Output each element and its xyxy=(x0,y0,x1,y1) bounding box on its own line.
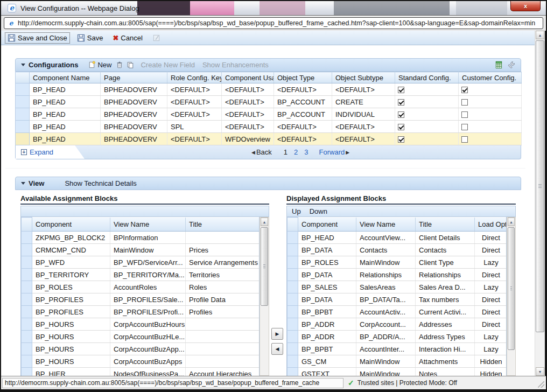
row-selector[interactable] xyxy=(287,281,298,293)
row-selector[interactable] xyxy=(287,256,298,269)
col-component[interactable]: Component xyxy=(298,218,356,232)
available-blocks-scrollbar[interactable]: ▲ xyxy=(260,217,269,376)
row-selector[interactable] xyxy=(22,306,32,318)
forward-link[interactable]: Forward xyxy=(319,148,345,156)
address-field[interactable]: e http://democrm.supply-chain.com.au:800… xyxy=(4,17,543,29)
scroll-down-button[interactable]: ▼ xyxy=(536,367,544,376)
row-selector[interactable] xyxy=(22,355,32,368)
row-selector[interactable] xyxy=(287,318,298,331)
select-all-header[interactable] xyxy=(287,218,298,232)
scrollbar-thumb[interactable] xyxy=(261,227,268,306)
available-block-row[interactable]: BP_PROFILESBP_PROFILES/Profi...Profiles xyxy=(22,306,260,318)
row-selector[interactable] xyxy=(22,368,32,376)
move-right-button[interactable]: ▶ xyxy=(271,328,283,340)
available-block-row[interactable]: BP_ROLESAccountRolesRoles xyxy=(22,281,260,293)
displayed-block-row[interactable]: BP_BPBTAccountActiv...Current Activi...D… xyxy=(287,306,507,318)
available-block-row[interactable]: ZKPMG_BP_BLOCK2BPInformation xyxy=(22,232,260,244)
row-selector[interactable] xyxy=(22,293,32,306)
displayed-block-row[interactable]: BP_HEADAccountView...Client DetailsDirec… xyxy=(287,232,507,244)
displayed-blocks-scrollbar[interactable]: ▲ xyxy=(507,217,516,376)
close-button[interactable]: x xyxy=(510,1,541,11)
available-block-row[interactable]: BP_TERRITORYBP_TERRITORY/Ma...Territorie… xyxy=(22,269,260,281)
save-button[interactable]: Save xyxy=(75,33,106,43)
displayed-block-row[interactable]: BP_DATABP_DATA/Ta...Tax numbersDirect xyxy=(287,293,507,306)
save-and-close-button[interactable]: Save and Close xyxy=(5,33,69,43)
available-block-row[interactable]: CRMCMP_CNDMainWindowPrices xyxy=(22,244,260,256)
col-object-subtype[interactable]: Object Subtype xyxy=(332,72,395,83)
available-block-row[interactable]: BP_HIERNodesOfBusinessPa...Account Hiera… xyxy=(22,368,260,376)
row-selector[interactable] xyxy=(287,232,298,244)
displayed-block-row[interactable]: BP_BPBTAccountInter...Interaction Hi...L… xyxy=(287,343,507,355)
available-block-row[interactable]: BP_HOURSCorpAccountBuzApps xyxy=(22,355,260,368)
row-selector[interactable] xyxy=(22,318,32,331)
collapse-triangle-icon[interactable] xyxy=(21,64,25,66)
scroll-up-button[interactable]: ▲ xyxy=(536,31,544,39)
col-view-name[interactable]: View Name xyxy=(356,218,416,232)
available-block-row[interactable]: BP_WFDBP_WFD/ServiceArr...Service Arrang… xyxy=(22,256,260,269)
available-block-row[interactable]: BP_HOURSCorpAccountBuzHLe... xyxy=(22,331,260,343)
resize-grip[interactable] xyxy=(538,381,544,388)
new-button[interactable]: New xyxy=(88,61,111,69)
row-selector[interactable] xyxy=(287,306,298,318)
displayed-block-row[interactable]: GS_CMMainWindowAttachmentsHidden xyxy=(287,355,507,368)
available-block-row[interactable]: BP_HOURSCorpAccountBuzApp... xyxy=(22,343,260,355)
displayed-block-row[interactable]: GSTEXTMainWindowNotesHidden xyxy=(287,368,507,376)
col-title[interactable]: Title xyxy=(186,218,260,232)
select-all-header[interactable] xyxy=(16,72,30,83)
standard-config-checkbox[interactable] xyxy=(398,124,404,130)
displayed-block-row[interactable]: BP_ADDRCorpAccount...AddressesDirect xyxy=(287,318,507,331)
configuration-row[interactable]: BP_HEADBPHEADOVERV<DEFAULT><DEFAULT><DEF… xyxy=(16,83,522,96)
expand-link[interactable]: + Expand xyxy=(16,145,85,159)
col-view-name[interactable]: View Name xyxy=(110,218,186,232)
col-load-option[interactable]: Load Option xyxy=(475,218,507,232)
configuration-row[interactable]: BP_HEADBPHEADOVERV<DEFAULT><DEFAULT>BP_A… xyxy=(16,96,522,108)
col-component[interactable]: Component xyxy=(32,218,110,232)
up-button[interactable]: Up xyxy=(292,207,301,215)
row-selector[interactable] xyxy=(16,96,30,108)
row-selector[interactable] xyxy=(287,355,298,368)
row-selector[interactable] xyxy=(287,293,298,306)
displayed-block-row[interactable]: BP_DATAContactsContactsDirect xyxy=(287,244,507,256)
scrollbar-thumb[interactable] xyxy=(508,227,515,350)
customer-config-checkbox[interactable] xyxy=(461,136,468,143)
col-role-config-key[interactable]: Role Config. Key xyxy=(167,72,222,83)
row-selector[interactable] xyxy=(22,343,32,355)
page-link-2[interactable]: 2 xyxy=(294,148,298,156)
col-title[interactable]: Title xyxy=(416,218,475,232)
row-selector[interactable] xyxy=(287,269,298,281)
row-selector[interactable] xyxy=(287,331,298,343)
configuration-row[interactable]: BP_HEADBPHEADOVERV<DEFAULT><DEFAULT>BP_A… xyxy=(16,108,522,121)
available-block-row[interactable]: BP_PROFILESBP_PROFILES/Sale...Profile Da… xyxy=(22,293,260,306)
scrollbar-thumb[interactable] xyxy=(536,40,544,332)
export-spreadsheet-button[interactable] xyxy=(495,61,503,69)
back-link[interactable]: Back xyxy=(256,148,272,156)
customer-config-checkbox[interactable] xyxy=(461,99,468,106)
row-selector[interactable] xyxy=(22,331,32,343)
standard-config-checkbox[interactable] xyxy=(398,99,404,106)
col-customer-config[interactable]: Customer Config. xyxy=(459,72,522,83)
standard-config-checkbox[interactable] xyxy=(398,136,404,143)
move-left-button[interactable]: ◀ xyxy=(271,343,283,355)
page-link-1[interactable]: 1 xyxy=(284,148,287,156)
row-selector[interactable] xyxy=(22,269,32,281)
col-component-usage[interactable]: Component Usage xyxy=(222,72,274,83)
delete-button[interactable] xyxy=(116,61,123,69)
customer-config-checkbox[interactable] xyxy=(461,111,468,118)
row-selector[interactable] xyxy=(22,244,32,256)
row-selector[interactable] xyxy=(287,368,298,376)
col-object-type[interactable]: Object Type xyxy=(274,72,332,83)
displayed-block-row[interactable]: BP_ADDRBP_ADDR/A...Address TypesLazy xyxy=(287,331,507,343)
customer-config-checkbox[interactable] xyxy=(461,124,468,130)
standard-config-checkbox[interactable] xyxy=(398,87,404,93)
row-selector[interactable] xyxy=(16,108,30,121)
row-selector[interactable] xyxy=(287,244,298,256)
row-selector[interactable] xyxy=(16,83,30,96)
row-selector[interactable] xyxy=(16,133,30,145)
row-selector[interactable] xyxy=(22,232,32,244)
personalize-button[interactable] xyxy=(507,61,515,69)
configuration-row[interactable]: BP_HEADBPHEADOVERV<DEFAULT>WFDOverview<D… xyxy=(16,133,522,145)
row-selector[interactable] xyxy=(16,121,30,133)
main-vertical-scrollbar[interactable]: ▲ ▼ xyxy=(535,31,545,376)
show-technical-details-button[interactable]: Show Technical Details xyxy=(65,179,136,187)
col-page[interactable]: Page xyxy=(101,72,167,83)
